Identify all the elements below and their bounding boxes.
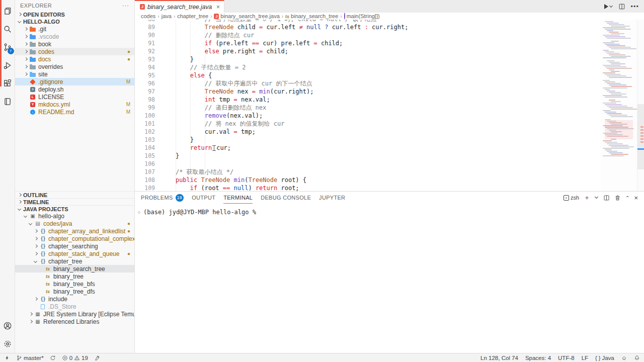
explorer-more-icon[interactable]: ··· (122, 3, 129, 9)
code-line-91[interactable]: 91 if (pre.left == cur) pre.left = child… (135, 39, 601, 47)
encoding[interactable]: UTF-8 (558, 355, 575, 361)
tree-item-jre-system-library-eclipse-temurin-17-17-[interactable]: ▦JRE System Library [Eclipse Temurin 17 … (15, 310, 134, 318)
notebook-icon[interactable] (0, 93, 15, 111)
code-line-96[interactable]: 96 // 获取中序遍历中 cur 的下一个结点 (135, 79, 601, 87)
breadcrumb-item[interactable]: tsbinary_search_tree (285, 13, 338, 19)
chevron-icon[interactable] (28, 312, 33, 317)
tree-item-readme-md[interactable]: ↓README.mdM (15, 108, 134, 116)
problems-status[interactable]: 0 19 (62, 355, 88, 361)
overview-ruler[interactable] (637, 20, 644, 191)
indentation[interactable]: Spaces: 4 (525, 355, 551, 361)
tree-item-license[interactable]: LLICENSE (15, 93, 134, 101)
breadcrumb-item[interactable]: chapter_tree (177, 13, 208, 19)
java-ready-status[interactable] (94, 355, 100, 361)
chevron-icon[interactable] (23, 57, 28, 62)
run-debug-icon[interactable] (0, 56, 15, 74)
code-line-107[interactable]: 107 /* 获取最小结点 */ (135, 168, 601, 176)
tree-item-mkdocs-yml[interactable]: Ymkdocs.ymlM (15, 101, 134, 108)
remote-indicator[interactable] (4, 355, 10, 361)
code-line-108[interactable]: 108 public TreeNode min(TreeNode root) { (135, 176, 601, 184)
code-line-109[interactable]: 109 if (root == null) return root; (135, 184, 601, 191)
code-line-92[interactable]: 92 else pre.right = child; (135, 47, 601, 55)
tree-item--ds-store[interactable]: .DS_Store (15, 303, 134, 310)
chevron-icon[interactable] (28, 319, 33, 324)
code-line-95[interactable]: 95 else { (135, 71, 601, 79)
git-branch-status[interactable]: master* (16, 355, 44, 361)
code-line-93[interactable]: 93 } (135, 55, 601, 63)
chevron-icon[interactable] (23, 42, 28, 47)
chevron-icon[interactable] (23, 27, 28, 32)
tree-item--vscode[interactable]: .vscode (15, 33, 134, 40)
notifications-bell-icon[interactable] (634, 355, 640, 361)
tree-item-overrides[interactable]: overrides (15, 63, 134, 70)
code-line-99[interactable]: 99 // 递归删除结点 nex (135, 104, 601, 112)
tree-item-site[interactable]: site (15, 70, 134, 78)
chevron-icon[interactable] (23, 49, 28, 54)
editor-more-actions-icon[interactable]: ⋯ (630, 2, 639, 11)
panel-tab-output[interactable]: OUTPUT (192, 192, 215, 204)
chevron-icon[interactable] (33, 251, 38, 256)
tree-item-codes[interactable]: codes● (15, 48, 134, 55)
tree-item-binary-tree[interactable]: tsbinary_tree (15, 273, 134, 280)
breadcrumb-item[interactable]: java (162, 13, 172, 19)
open-editors-section[interactable]: OPEN EDITORS (15, 11, 134, 18)
minimap[interactable] (601, 20, 637, 191)
code-line-105[interactable]: 105 } (135, 152, 601, 160)
tree-item-chapter-computational-complexity[interactable]: { }chapter_computational_complexity● (15, 235, 134, 242)
tree-item-referenced-libraries[interactable]: ▦Referenced Libraries (15, 318, 134, 325)
outline-section[interactable]: OUTLINE (15, 191, 134, 198)
tree-item-chapter-tree[interactable]: { }chapter_tree (15, 257, 134, 265)
code-line-104[interactable]: 104 returncur; (135, 144, 601, 152)
tab-binary-search-tree[interactable]: J binary_search_tree.java × (135, 0, 224, 13)
code-editor[interactable]: 88 // 当子结点数量 = 0 / 1 时, child = null / 该… (135, 20, 644, 191)
tree-item--git[interactable]: .git (15, 25, 134, 33)
timeline-section[interactable]: TIMELINE (15, 198, 134, 205)
source-control-icon[interactable]: 7 (0, 38, 15, 56)
feedback-smiley-icon[interactable]: ☺ (621, 355, 627, 361)
explorer-icon[interactable] (0, 2, 15, 20)
language-mode[interactable]: { } Java (595, 355, 614, 361)
chevron-icon[interactable] (23, 214, 28, 219)
kill-terminal-trash-icon[interactable] (614, 195, 621, 201)
split-editor-icon[interactable] (618, 3, 625, 10)
account-icon[interactable] (0, 317, 15, 335)
java-projects-section[interactable]: JAVA PROJECTS (15, 205, 134, 212)
breadcrumb-item[interactable]: Jbinary_search_tree.java (214, 13, 279, 19)
panel-tab-debug-console[interactable]: DEBUG CONSOLE (261, 192, 311, 204)
code-line-106[interactable]: 106 (135, 160, 601, 168)
tree-item-binary-tree-dfs[interactable]: tsbinary_tree_dfs (15, 288, 134, 295)
tree-item-book[interactable]: book (15, 40, 134, 48)
terminal[interactable]: (base) jyd@JYD-MBP hello-algo % (135, 204, 644, 353)
code-line-89[interactable]: 89 TreeNode child = cur.left ≠ null ? cu… (135, 23, 601, 31)
tree-item-binary-tree-bfs[interactable]: tsbinary_tree_bfs (15, 280, 134, 288)
tree-item-chapter-searching[interactable]: { }chapter_searching (15, 242, 134, 250)
code-line-100[interactable]: 100 remove(nex.val); (135, 112, 601, 120)
code-line-98[interactable]: 98 int tmp = nex.val; (135, 96, 601, 104)
panel-tab-jupyter[interactable]: JUPYTER (319, 192, 345, 204)
chevron-icon[interactable] (33, 229, 38, 234)
root-folder-section[interactable]: HELLO-ALGO (15, 18, 134, 25)
chevron-icon[interactable] (33, 244, 38, 249)
sync-status[interactable] (50, 355, 56, 361)
search-icon[interactable] (0, 20, 15, 38)
chevron-icon[interactable] (28, 221, 33, 226)
scrollbar-thumb[interactable] (637, 104, 644, 169)
chevron-icon[interactable] (23, 64, 28, 69)
tree-item-docs[interactable]: docs● (15, 55, 134, 63)
tree-item-deploy-sh[interactable]: >deploy.sh (15, 85, 134, 93)
eol-sequence[interactable]: LF (582, 355, 588, 361)
chevron-icon[interactable] (33, 259, 38, 264)
maximize-panel-icon[interactable]: ⌃ (625, 195, 629, 201)
run-java-button[interactable] (604, 4, 613, 9)
close-panel-icon[interactable]: × (634, 194, 638, 202)
tree-item-hello-algo[interactable]: ▣hello-algo (15, 212, 134, 220)
tree-item-include[interactable]: { }include (15, 295, 134, 303)
tab-close-icon[interactable]: × (216, 4, 220, 11)
code-line-90[interactable]: 90 // 删除结点 cur (135, 31, 601, 39)
tree-item-chapter-array-and-linkedlist[interactable]: { }chapter_array_and_linkedlist● (15, 227, 134, 235)
chevron-icon[interactable] (33, 297, 38, 302)
settings-gear-icon[interactable] (0, 335, 15, 353)
code-line-94[interactable]: 94 // 子结点数量 = 2 (135, 63, 601, 71)
extensions-icon[interactable] (0, 74, 15, 93)
code-line-101[interactable]: 101 // 将 nex 的值复制给 cur (135, 120, 601, 128)
